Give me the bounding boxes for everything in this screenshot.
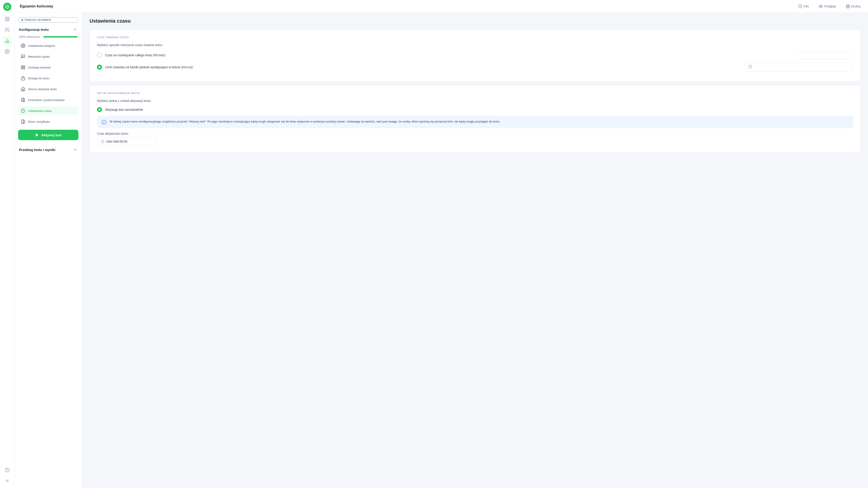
svg-point-4 [6, 28, 7, 30]
progress-row: 100% ukończono [18, 35, 79, 38]
svg-rect-2 [5, 20, 6, 21]
info-box-text: W dolnej części menu konfiguracyjnego zn… [110, 119, 500, 125]
svg-point-15 [820, 6, 822, 7]
czas-trwania-label: CZAS TRWANIA TESTU [97, 36, 853, 39]
results-section-title: Przebieg testu i wyniki [19, 148, 55, 152]
nav-item-wzor-certyfikatu[interactable]: Wzór certyfikatu [18, 117, 79, 126]
chevron-up-icon[interactable] [73, 27, 78, 32]
clock-icon [21, 109, 25, 113]
content-title: Ustawienia czasu [90, 18, 861, 24]
config-section-title: Konfiguracja testu [19, 28, 49, 31]
clock-icon-text [748, 65, 752, 69]
svg-rect-21 [24, 66, 25, 67]
option2-radio[interactable] [97, 65, 102, 70]
icon-sidebar [0, 0, 14, 488]
nav-label: Strona startowa testu [28, 88, 57, 91]
option1-row: Czas na rozwiązanie całego testu (hh:mm)… [97, 51, 853, 59]
svg-rect-20 [22, 66, 23, 67]
svg-point-17 [23, 45, 24, 46]
svg-point-9 [6, 51, 8, 52]
nav-item-strona-startowa[interactable]: Strona startowa testu [18, 85, 79, 94]
opcje-option1-label: Aktywuję test samodzielnie [105, 108, 853, 112]
info-box: W dolnej części menu konfiguracyjnego zn… [97, 116, 853, 128]
nav-label: Ustawienia wstępne [28, 44, 55, 48]
progress-label: 100% ukończono [19, 35, 41, 38]
option2-row: Limit czasowy na każde pytanie występują… [97, 63, 853, 71]
option1-radio[interactable] [97, 53, 102, 58]
logo[interactable] [3, 3, 11, 11]
home-icon [21, 87, 25, 91]
option1-label: Czas na rozwiązanie całego testu (hh:mm)… [105, 53, 796, 57]
top-header: Egzamin końcowy Info Podgląd Drukuj [14, 0, 868, 13]
svg-rect-1 [7, 17, 9, 19]
content-area: W TRAKCIE USTAWIEŃ Konfiguracja testu 10… [14, 13, 868, 488]
header-actions: Info Podgląd Drukuj [796, 3, 863, 10]
opcje-option1-radio[interactable] [97, 107, 102, 112]
nav-item-ustawienia-wstepne[interactable]: Ustawienia wstępne [18, 41, 79, 50]
svg-rect-16 [847, 6, 849, 8]
settings-icon [21, 43, 25, 48]
preview-button[interactable]: Podgląd [816, 3, 838, 10]
chevron-down-icon[interactable] [73, 147, 78, 152]
nav-label: Wzór certyfikatu [28, 120, 50, 123]
sidebar-grid-icon[interactable] [3, 14, 12, 24]
nav-label: Zestawy testowe [28, 66, 51, 69]
certificate-icon [21, 119, 25, 124]
lock-icon [21, 76, 25, 81]
sidebar-users-icon[interactable] [3, 25, 12, 34]
progress-bar [43, 36, 78, 37]
nav-label: Dostęp do testu [28, 77, 50, 80]
nav-item-dostep-do-testu[interactable]: Dostęp do testu [18, 74, 79, 83]
czas-trwania-card: CZAS TRWANIA TESTU Wybierz sposób mierze… [90, 29, 861, 82]
info-icon [798, 4, 802, 8]
config-section-header: Konfiguracja testu [18, 25, 79, 33]
czas-trwania-description: Wybierz sposób mierzenia czasu trwania t… [97, 43, 853, 47]
progress-bar-fill [43, 36, 78, 37]
czas-aktywnosci-display: 24m 00d 00:00 [106, 140, 127, 143]
right-content: Ustawienia czasu CZAS TRWANIA TESTU Wybi… [82, 13, 868, 488]
eye-icon [819, 4, 823, 8]
option2-label: Limit czasowy na każde pytanie występują… [105, 65, 742, 69]
status-badge: W TRAKCIE USTAWIEŃ [18, 17, 79, 23]
opcje-option1-row: Aktywuję test samodzielnie [97, 107, 853, 112]
sidebar-gear-icon[interactable] [3, 47, 12, 56]
nav-item-menedzer-pytan[interactable]: Menedżer pytań [18, 52, 79, 61]
info-button[interactable]: Info [796, 3, 811, 10]
play-icon [35, 133, 39, 137]
sets-icon [21, 65, 25, 70]
czas-aktywnosci-value[interactable]: 24m 00d 00:00 [97, 137, 156, 146]
nav-item-ocenianie[interactable]: Ocenianie i podsumowanie [18, 95, 79, 104]
activate-test-button[interactable]: Aktywuj test [18, 130, 79, 140]
print-icon [846, 4, 850, 8]
sidebar-help-icon[interactable] [3, 465, 12, 475]
print-button[interactable]: Drukuj [844, 3, 863, 10]
opcje-section-label: OPCJE URUCHOMIENIA TESTU [97, 92, 853, 94]
svg-marker-30 [36, 133, 38, 136]
nav-item-ustawienia-czasu[interactable]: Ustawienia czasu [18, 106, 79, 115]
info-box-icon [101, 120, 106, 125]
nav-label: Ocenianie i podsumowanie [28, 98, 65, 102]
questions-icon [21, 54, 25, 59]
opcje-uruchomienia-card: OPCJE URUCHOMIENIA TESTU Wybierz jedną z… [90, 85, 861, 152]
nav-label: Ustawienia czasu [28, 109, 52, 113]
sidebar-chart-icon[interactable] [3, 36, 12, 45]
svg-rect-0 [5, 17, 6, 19]
option2-input-wrap[interactable] [745, 63, 853, 71]
main-wrapper: Egzamin końcowy Info Podgląd Drukuj [14, 0, 868, 488]
nav-item-zestawy-testowe[interactable]: Zestawy testowe [18, 63, 79, 72]
svg-rect-22 [22, 68, 23, 69]
svg-rect-3 [7, 20, 9, 21]
grade-icon [21, 98, 25, 102]
svg-rect-24 [22, 78, 25, 80]
nav-label: Menedżer pytań [28, 55, 50, 58]
sidebar-back-icon[interactable] [3, 476, 12, 485]
svg-rect-23 [24, 68, 25, 69]
opcje-description: Wybierz jedną z metod aktywacji testu: [97, 99, 853, 102]
option1-input[interactable] [799, 51, 853, 59]
results-section-header: Przebieg testu i wyniki [18, 146, 79, 154]
czas-value-row: 24m 00d 00:00 [97, 137, 853, 146]
page-title: Egzamin końcowy [20, 4, 796, 8]
clock-inline-icon [101, 140, 104, 143]
czas-aktywnosci-label: Czas aktywności testu [97, 132, 853, 135]
left-panel: W TRAKCIE USTAWIEŃ Konfiguracja testu 10… [14, 13, 82, 488]
